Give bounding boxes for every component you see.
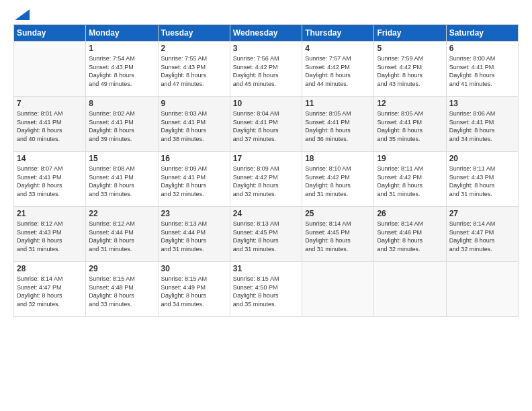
svg-marker-0 xyxy=(15,9,30,20)
cell-details: Sunrise: 8:12 AMSunset: 4:44 PMDaylight:… xyxy=(89,220,154,253)
logo xyxy=(13,11,30,17)
cell-details: Sunrise: 8:14 AMSunset: 4:47 PMDaylight:… xyxy=(17,275,83,308)
day-number: 20 xyxy=(449,154,515,163)
cell-details: Sunrise: 8:03 AMSunset: 4:41 PMDaylight:… xyxy=(161,109,227,143)
weekday-header-thursday: Thursday xyxy=(302,25,374,42)
calendar-cell: 18Sunrise: 8:10 AMSunset: 4:42 PMDayligh… xyxy=(302,152,374,207)
day-number: 25 xyxy=(305,209,371,218)
day-number: 21 xyxy=(17,209,83,218)
cell-details: Sunrise: 8:14 AMSunset: 4:45 PMDaylight:… xyxy=(305,220,371,253)
weekday-header-saturday: Saturday xyxy=(446,25,518,42)
calendar-cell: 8Sunrise: 8:02 AMSunset: 4:41 PMDaylight… xyxy=(86,97,158,152)
day-number: 15 xyxy=(89,154,154,163)
cell-details: Sunrise: 8:01 AMSunset: 4:41 PMDaylight:… xyxy=(17,109,83,143)
cell-details: Sunrise: 8:12 AMSunset: 4:43 PMDaylight:… xyxy=(17,220,83,253)
day-number: 16 xyxy=(161,154,227,163)
cell-details: Sunrise: 8:07 AMSunset: 4:41 PMDaylight:… xyxy=(17,165,83,198)
cell-details: Sunrise: 8:15 AMSunset: 4:49 PMDaylight:… xyxy=(161,275,227,308)
calendar-cell: 10Sunrise: 8:04 AMSunset: 4:41 PMDayligh… xyxy=(230,97,302,152)
calendar-cell xyxy=(374,262,446,317)
calendar-week-row: 7Sunrise: 8:01 AMSunset: 4:41 PMDaylight… xyxy=(14,97,519,152)
logo-arrow-icon xyxy=(15,9,30,20)
day-number: 31 xyxy=(233,264,299,273)
calendar-cell: 5Sunrise: 7:59 AMSunset: 4:42 PMDaylight… xyxy=(374,42,446,97)
calendar-cell: 13Sunrise: 8:06 AMSunset: 4:41 PMDayligh… xyxy=(446,97,518,152)
calendar-cell: 16Sunrise: 8:09 AMSunset: 4:41 PMDayligh… xyxy=(158,152,230,207)
cell-details: Sunrise: 8:13 AMSunset: 4:45 PMDaylight:… xyxy=(233,220,299,253)
cell-details: Sunrise: 8:06 AMSunset: 4:41 PMDaylight:… xyxy=(449,109,515,143)
day-number: 11 xyxy=(305,99,371,108)
calendar-cell: 22Sunrise: 8:12 AMSunset: 4:44 PMDayligh… xyxy=(86,207,158,262)
calendar-cell: 15Sunrise: 8:08 AMSunset: 4:41 PMDayligh… xyxy=(86,152,158,207)
day-number: 18 xyxy=(305,154,371,163)
header xyxy=(13,11,519,17)
calendar-cell: 17Sunrise: 8:09 AMSunset: 4:42 PMDayligh… xyxy=(230,152,302,207)
cell-details: Sunrise: 7:55 AMSunset: 4:43 PMDaylight:… xyxy=(161,54,227,88)
calendar-week-row: 14Sunrise: 8:07 AMSunset: 4:41 PMDayligh… xyxy=(14,152,519,207)
cell-details: Sunrise: 8:04 AMSunset: 4:41 PMDaylight:… xyxy=(233,109,299,143)
calendar-cell: 6Sunrise: 8:00 AMSunset: 4:41 PMDaylight… xyxy=(446,42,518,97)
day-number: 10 xyxy=(233,99,299,108)
day-number: 6 xyxy=(449,44,515,53)
day-number: 19 xyxy=(377,154,443,163)
day-number: 22 xyxy=(89,209,154,218)
day-number: 5 xyxy=(377,44,443,53)
calendar-cell: 12Sunrise: 8:05 AMSunset: 4:41 PMDayligh… xyxy=(374,97,446,152)
calendar-cell: 27Sunrise: 8:14 AMSunset: 4:47 PMDayligh… xyxy=(446,207,518,262)
cell-details: Sunrise: 8:09 AMSunset: 4:42 PMDaylight:… xyxy=(233,165,299,198)
cell-details: Sunrise: 8:14 AMSunset: 4:46 PMDaylight:… xyxy=(377,220,443,253)
cell-details: Sunrise: 8:13 AMSunset: 4:44 PMDaylight:… xyxy=(161,220,227,253)
calendar-cell: 20Sunrise: 8:11 AMSunset: 4:43 PMDayligh… xyxy=(446,152,518,207)
cell-details: Sunrise: 8:15 AMSunset: 4:50 PMDaylight:… xyxy=(233,275,299,308)
calendar-header-row: SundayMondayTuesdayWednesdayThursdayFrid… xyxy=(14,25,519,42)
weekday-header-friday: Friday xyxy=(374,25,446,42)
calendar-cell: 26Sunrise: 8:14 AMSunset: 4:46 PMDayligh… xyxy=(374,207,446,262)
day-number: 29 xyxy=(89,264,154,273)
day-number: 7 xyxy=(17,99,83,108)
day-number: 9 xyxy=(161,99,227,108)
day-number: 3 xyxy=(233,44,299,53)
calendar-cell: 25Sunrise: 8:14 AMSunset: 4:45 PMDayligh… xyxy=(302,207,374,262)
cell-details: Sunrise: 8:05 AMSunset: 4:41 PMDaylight:… xyxy=(305,109,371,143)
calendar-cell: 14Sunrise: 8:07 AMSunset: 4:41 PMDayligh… xyxy=(14,152,86,207)
cell-details: Sunrise: 8:11 AMSunset: 4:42 PMDaylight:… xyxy=(377,165,443,198)
cell-details: Sunrise: 7:56 AMSunset: 4:42 PMDaylight:… xyxy=(233,54,299,88)
cell-details: Sunrise: 8:15 AMSunset: 4:48 PMDaylight:… xyxy=(89,275,154,308)
calendar-cell: 19Sunrise: 8:11 AMSunset: 4:42 PMDayligh… xyxy=(374,152,446,207)
weekday-header-monday: Monday xyxy=(86,25,158,42)
calendar-cell xyxy=(446,262,518,317)
calendar-cell: 1Sunrise: 7:54 AMSunset: 4:43 PMDaylight… xyxy=(86,42,158,97)
calendar-cell: 23Sunrise: 8:13 AMSunset: 4:44 PMDayligh… xyxy=(158,207,230,262)
cell-details: Sunrise: 8:08 AMSunset: 4:41 PMDaylight:… xyxy=(89,165,154,198)
calendar-cell: 24Sunrise: 8:13 AMSunset: 4:45 PMDayligh… xyxy=(230,207,302,262)
day-number: 30 xyxy=(161,264,227,273)
day-number: 26 xyxy=(377,209,443,218)
calendar-cell: 2Sunrise: 7:55 AMSunset: 4:43 PMDaylight… xyxy=(158,42,230,97)
weekday-header-tuesday: Tuesday xyxy=(158,25,230,42)
cell-details: Sunrise: 7:59 AMSunset: 4:42 PMDaylight:… xyxy=(377,54,443,88)
day-number: 4 xyxy=(305,44,371,53)
calendar-cell: 21Sunrise: 8:12 AMSunset: 4:43 PMDayligh… xyxy=(14,207,86,262)
calendar-cell: 29Sunrise: 8:15 AMSunset: 4:48 PMDayligh… xyxy=(86,262,158,317)
day-number: 24 xyxy=(233,209,299,218)
calendar-cell: 28Sunrise: 8:14 AMSunset: 4:47 PMDayligh… xyxy=(14,262,86,317)
calendar-week-row: 1Sunrise: 7:54 AMSunset: 4:43 PMDaylight… xyxy=(14,42,519,97)
day-number: 8 xyxy=(89,99,154,108)
weekday-header-wednesday: Wednesday xyxy=(230,25,302,42)
calendar-week-row: 21Sunrise: 8:12 AMSunset: 4:43 PMDayligh… xyxy=(14,207,519,262)
calendar-cell xyxy=(302,262,374,317)
cell-details: Sunrise: 8:05 AMSunset: 4:41 PMDaylight:… xyxy=(377,109,443,143)
calendar: SundayMondayTuesdayWednesdayThursdayFrid… xyxy=(13,24,519,317)
day-number: 2 xyxy=(161,44,227,53)
day-number: 17 xyxy=(233,154,299,163)
day-number: 28 xyxy=(17,264,83,273)
calendar-cell: 4Sunrise: 7:57 AMSunset: 4:42 PMDaylight… xyxy=(302,42,374,97)
cell-details: Sunrise: 8:02 AMSunset: 4:41 PMDaylight:… xyxy=(89,109,154,143)
day-number: 27 xyxy=(449,209,515,218)
day-number: 12 xyxy=(377,99,443,108)
cell-details: Sunrise: 8:14 AMSunset: 4:47 PMDaylight:… xyxy=(449,220,515,253)
cell-details: Sunrise: 8:10 AMSunset: 4:42 PMDaylight:… xyxy=(305,165,371,198)
calendar-cell: 9Sunrise: 8:03 AMSunset: 4:41 PMDaylight… xyxy=(158,97,230,152)
day-number: 1 xyxy=(89,44,154,53)
calendar-cell xyxy=(14,42,86,97)
